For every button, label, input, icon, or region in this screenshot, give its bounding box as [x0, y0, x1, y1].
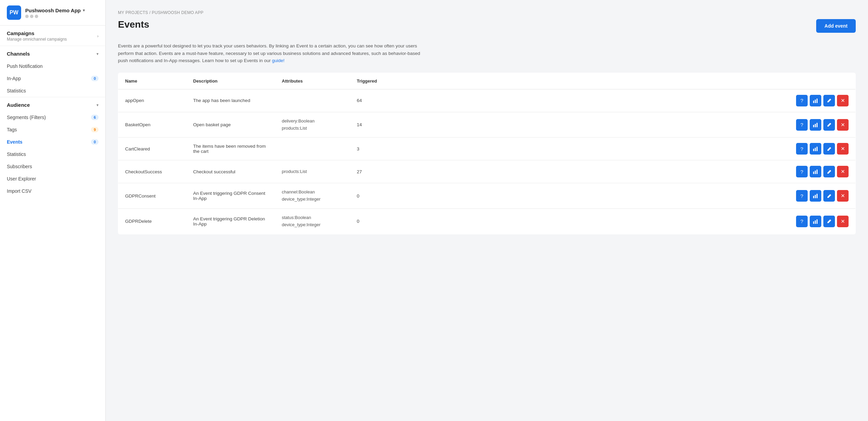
svg-rect-13 — [815, 195, 816, 198]
delete-button[interactable]: ✕ — [837, 166, 849, 177]
in-app-badge: 0 — [91, 76, 99, 81]
event-actions: ? ✕ — [391, 183, 856, 209]
edit-button[interactable] — [823, 143, 835, 155]
col-header-attributes: Attributes — [275, 73, 350, 89]
svg-rect-10 — [815, 171, 816, 174]
channels-nav-item-push[interactable]: Push Notification — [0, 60, 105, 72]
delete-button[interactable]: ✕ — [837, 95, 849, 106]
campaigns-header[interactable]: Campaigns Manage omnichannel campaigns › — [7, 30, 99, 42]
delete-button[interactable]: ✕ — [837, 119, 849, 131]
page-description-text: Events are a powerful tool designed to l… — [118, 43, 420, 63]
info-button[interactable]: ? — [796, 190, 808, 202]
app-name-block: Pushwoosh Demo App ▾ — [25, 8, 99, 18]
sidebar: PW Pushwoosh Demo App ▾ Campaigns Manage… — [0, 0, 106, 421]
table-row: GDPRDelete An Event triggering GDPR Dele… — [118, 208, 856, 234]
event-description: The items have been removed from the car… — [186, 137, 275, 160]
channels-statistics-label: Statistics — [7, 88, 26, 93]
svg-rect-14 — [817, 194, 818, 198]
chart-button[interactable] — [810, 166, 821, 177]
page-description: Events are a powerful tool designed to l… — [118, 42, 425, 64]
delete-button[interactable]: ✕ — [837, 143, 849, 155]
event-name: BasketOpen — [118, 112, 186, 137]
audience-nav-item-import-csv[interactable]: Import CSV — [0, 185, 105, 197]
table-row: GDPRConsent An Event triggering GDPR Con… — [118, 183, 856, 209]
audience-chevron-icon: ▾ — [96, 103, 99, 107]
tags-badge: 9 — [91, 127, 99, 132]
svg-rect-0 — [813, 101, 814, 103]
table-row: CheckoutSuccess Checkout successful prod… — [118, 160, 856, 183]
audience-section: Audience ▾ Segments (Filters) 6 Tags 9 E… — [0, 97, 105, 197]
channels-header[interactable]: Channels ▾ — [0, 46, 105, 60]
breadcrumb-demo-app[interactable]: Pushwoosh Demo App — [152, 10, 203, 15]
info-button[interactable]: ? — [796, 166, 808, 177]
main-content: My Projects / Pushwoosh Demo App Events … — [106, 0, 868, 421]
breadcrumb-my-projects[interactable]: My Projects — [118, 10, 148, 15]
guide-link[interactable]: guide! — [272, 58, 285, 63]
event-name: GDPRDelete — [118, 208, 186, 234]
info-button[interactable]: ? — [796, 216, 808, 227]
dot-1 — [25, 15, 29, 18]
dot-2 — [30, 15, 33, 18]
attr-text: products:List — [282, 168, 343, 175]
chart-button[interactable] — [810, 143, 821, 155]
svg-rect-11 — [817, 170, 818, 174]
audience-nav-item-tags[interactable]: Tags 9 — [0, 124, 105, 136]
audience-header[interactable]: Audience ▾ — [0, 97, 105, 111]
campaigns-section: Campaigns Manage omnichannel campaigns › — [0, 26, 105, 46]
svg-rect-2 — [817, 99, 818, 103]
attr-text: delivery:Boolean — [282, 118, 343, 125]
audience-nav-item-segments[interactable]: Segments (Filters) 6 — [0, 111, 105, 124]
event-description: An Event triggering GDPR Consent In-App — [186, 183, 275, 209]
event-triggered: 64 — [350, 89, 391, 112]
event-actions: ? ✕ — [391, 160, 856, 183]
campaigns-chevron-icon: › — [97, 34, 99, 39]
audience-nav-item-statistics[interactable]: Statistics — [0, 148, 105, 160]
chart-button[interactable] — [810, 119, 821, 131]
table-row: BasketOpen Open basket page delivery:Boo… — [118, 112, 856, 137]
page-title-block: Events — [118, 19, 149, 35]
event-description: Open basket page — [186, 112, 275, 137]
edit-button[interactable] — [823, 190, 835, 202]
audience-title: Audience — [7, 102, 30, 108]
col-header-actions — [391, 73, 856, 89]
chart-button[interactable] — [810, 190, 821, 202]
edit-button[interactable] — [823, 119, 835, 131]
events-table: Name Description Attributes Triggered ap… — [118, 73, 856, 234]
audience-nav-item-events[interactable]: Events 0 — [0, 136, 105, 148]
channels-title: Channels — [7, 51, 30, 57]
svg-rect-1 — [815, 100, 816, 103]
event-name: appOpen — [118, 89, 186, 112]
audience-nav-item-subscribers[interactable]: Subscribers — [0, 160, 105, 173]
page-title: Events — [118, 19, 149, 30]
event-attributes — [275, 89, 350, 112]
edit-button[interactable] — [823, 95, 835, 106]
event-actions: ? ✕ — [391, 89, 856, 112]
chart-button[interactable] — [810, 216, 821, 227]
col-header-name: Name — [118, 73, 186, 89]
info-button[interactable]: ? — [796, 95, 808, 106]
action-buttons: ? ✕ — [398, 95, 849, 106]
svg-rect-12 — [813, 196, 814, 198]
channels-nav-item-inapp[interactable]: In-App 0 — [0, 72, 105, 85]
channels-chevron-icon: ▾ — [96, 52, 99, 56]
col-header-description: Description — [186, 73, 275, 89]
event-triggered: 0 — [350, 208, 391, 234]
import-csv-label: Import CSV — [7, 188, 31, 194]
page-header: Events Add event — [118, 19, 856, 35]
info-button[interactable]: ? — [796, 143, 808, 155]
info-button[interactable]: ? — [796, 119, 808, 131]
add-event-button[interactable]: Add event — [816, 19, 856, 33]
chart-button[interactable] — [810, 95, 821, 106]
channels-nav-item-statistics[interactable]: Statistics — [0, 85, 105, 97]
delete-button[interactable]: ✕ — [837, 190, 849, 202]
svg-rect-17 — [817, 219, 818, 224]
edit-button[interactable] — [823, 216, 835, 227]
audience-nav-item-user-explorer[interactable]: User Explorer — [0, 173, 105, 185]
app-name[interactable]: Pushwoosh Demo App ▾ — [25, 8, 99, 13]
edit-button[interactable] — [823, 166, 835, 177]
delete-button[interactable]: ✕ — [837, 216, 849, 227]
breadcrumb: My Projects / Pushwoosh Demo App — [118, 10, 856, 15]
sidebar-header: PW Pushwoosh Demo App ▾ — [0, 0, 105, 26]
event-attributes — [275, 137, 350, 160]
events-badge: 0 — [91, 139, 99, 145]
